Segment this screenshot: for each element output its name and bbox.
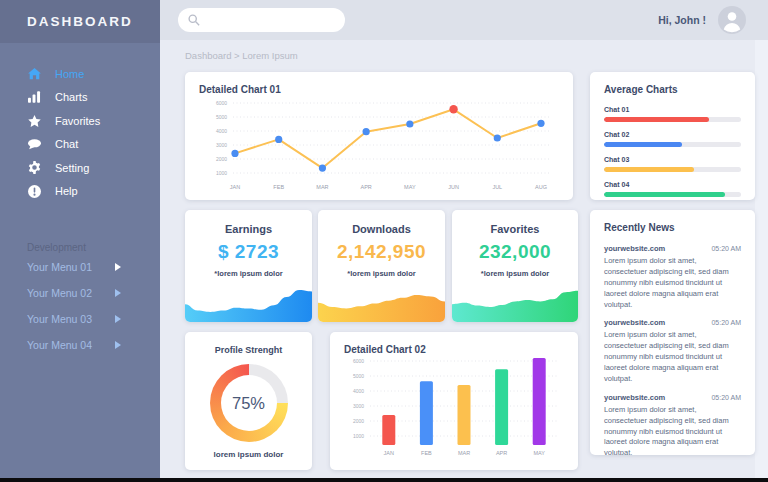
- svg-text:1000: 1000: [216, 170, 227, 176]
- sidebar-item-chat[interactable]: Chat: [0, 133, 160, 157]
- news-body: Lorem ipsum dolor sit amet, consectetuer…: [604, 405, 741, 455]
- news-item[interactable]: yourwebsite.com05:20 AMLorem ipsum dolor…: [604, 393, 741, 455]
- stat-subtitle: *lorem ipsum dolor: [318, 269, 445, 278]
- progress-bar-list: Chat 01Chat 02Chat 03Chat 04: [590, 95, 755, 197]
- sidebar-item-charts[interactable]: Charts: [0, 86, 160, 110]
- window-edge: [0, 478, 768, 482]
- news-timestamp: 05:20 AM: [711, 394, 741, 401]
- progress-label: Chat 04: [604, 181, 741, 188]
- search-input[interactable]: [206, 14, 335, 27]
- svg-text:4000: 4000: [216, 128, 227, 134]
- svg-text:6000: 6000: [216, 100, 227, 106]
- stat-subtitle: *lorem ipsum dolor: [452, 269, 578, 278]
- svg-text:1000: 1000: [353, 433, 364, 439]
- favorites-value: 232,000: [452, 241, 578, 263]
- news-source: yourwebsite.com: [604, 318, 665, 327]
- dev-item-label: Your Menu 04: [27, 339, 92, 351]
- average-charts-card: Average Charts Chat 01Chat 02Chat 03Chat…: [590, 72, 755, 200]
- progress-track: [604, 142, 741, 147]
- svg-text:APR: APR: [360, 184, 371, 190]
- bar-chart: 600050004000300020001000JANFEBMARAPRMAY: [330, 355, 578, 465]
- favorites-sparkline: [452, 284, 578, 322]
- svg-text:FEB: FEB: [421, 450, 432, 456]
- charts-icon: [27, 90, 42, 104]
- profile-subtitle: lorem ipsum dolor: [185, 450, 312, 459]
- svg-text:JUL: JUL: [492, 184, 502, 190]
- home-icon: [27, 67, 42, 81]
- sidebar: DASHBOARD HomeChartsFavoritesChatSetting…: [0, 0, 160, 482]
- news-list: yourwebsite.com05:20 AMLorem ipsum dolor…: [590, 233, 755, 455]
- sidebar-item-label: Chat: [55, 138, 78, 150]
- progress-row-chat-02: Chat 02: [604, 131, 741, 147]
- arrow-right-icon: [114, 263, 122, 271]
- sidebar-item-your-menu-03[interactable]: Your Menu 03: [0, 306, 160, 331]
- progress-label: Chat 03: [604, 156, 741, 163]
- sidebar-item-your-menu-01[interactable]: Your Menu 01: [0, 254, 160, 279]
- svg-text:MAR: MAR: [316, 184, 328, 190]
- sidebar-item-favorites[interactable]: Favorites: [0, 109, 160, 133]
- arrow-right-icon: [114, 315, 122, 323]
- arrow-right-icon: [114, 289, 122, 297]
- svg-text:APR: APR: [496, 450, 507, 456]
- svg-text:JUN: JUN: [448, 184, 459, 190]
- earnings-sparkline: [185, 284, 312, 322]
- progress-fill: [604, 192, 725, 197]
- recently-news-card: Recently News yourwebsite.com05:20 AMLor…: [590, 210, 755, 455]
- sidebar-item-label: Setting: [55, 162, 89, 174]
- chat-icon: [27, 137, 42, 151]
- chart-title: Detailed Chart 01: [185, 72, 573, 95]
- stat-title: Downloads: [318, 223, 445, 235]
- svg-text:JAN: JAN: [384, 450, 394, 456]
- svg-text:MAY: MAY: [533, 450, 545, 456]
- detailed-chart-01-card: Detailed Chart 01 6000500040003000200010…: [185, 72, 573, 200]
- news-source: yourwebsite.com: [604, 244, 665, 253]
- line-chart: 600050004000300020001000JANFEBMARAPRMAYJ…: [185, 95, 573, 199]
- progress-label: Chat 01: [604, 106, 741, 113]
- news-timestamp: 05:20 AM: [711, 245, 741, 252]
- sidebar-item-label: Favorites: [55, 115, 100, 127]
- progress-label: Chat 02: [604, 131, 741, 138]
- news-body: Lorem ipsum dolor sit amet, consectetuer…: [604, 256, 741, 310]
- star-icon: [27, 114, 42, 128]
- earnings-value: $ 2723: [185, 241, 312, 263]
- news-item-header: yourwebsite.com05:20 AM: [604, 393, 741, 402]
- sidebar-item-setting[interactable]: Setting: [0, 156, 160, 180]
- profile-title: Profile Strenght: [185, 345, 312, 355]
- progress-fill: [604, 167, 694, 172]
- progress-row-chat-03: Chat 03: [604, 156, 741, 172]
- favorites-card: Favorites 232,000 *lorem ipsum dolor: [452, 210, 578, 322]
- progress-fill: [604, 117, 709, 122]
- search-bar[interactable]: [178, 8, 345, 32]
- dashboard-page: DASHBOARD HomeChartsFavoritesChatSetting…: [0, 0, 768, 482]
- news-item[interactable]: yourwebsite.com05:20 AMLorem ipsum dolor…: [604, 244, 741, 310]
- news-item-header: yourwebsite.com05:20 AM: [604, 244, 741, 253]
- dev-item-label: Your Menu 02: [27, 287, 92, 299]
- sidebar-dev-menu: Your Menu 01Your Menu 02Your Menu 03Your…: [0, 254, 160, 357]
- svg-text:5000: 5000: [216, 114, 227, 120]
- svg-text:AUG: AUG: [535, 184, 547, 190]
- svg-text:5000: 5000: [353, 373, 364, 379]
- progress-track: [604, 167, 741, 172]
- svg-text:4000: 4000: [353, 388, 364, 394]
- news-item[interactable]: yourwebsite.com05:20 AMLorem ipsum dolor…: [604, 318, 741, 384]
- progress-row-chat-04: Chat 04: [604, 181, 741, 197]
- svg-text:FEB: FEB: [273, 184, 284, 190]
- profile-percentage: 75%: [210, 364, 288, 442]
- sidebar-item-your-menu-02[interactable]: Your Menu 02: [0, 280, 160, 305]
- sidebar-nav: HomeChartsFavoritesChatSettingHelp: [0, 62, 160, 203]
- breadcrumb: Dashboard > Lorem Ipsum: [185, 50, 298, 61]
- stat-title: Favorites: [452, 223, 578, 235]
- progress-track: [604, 117, 741, 122]
- svg-text:2000: 2000: [353, 418, 364, 424]
- downloads-sparkline: [318, 284, 445, 322]
- user-greeting: Hi, John !: [658, 14, 706, 26]
- sidebar-item-help[interactable]: Help: [0, 180, 160, 204]
- sidebar-item-your-menu-04[interactable]: Your Menu 04: [0, 332, 160, 357]
- stat-subtitle: *lorem ipsum dolor: [185, 269, 312, 278]
- svg-text:JAN: JAN: [230, 184, 240, 190]
- stat-title: Earnings: [185, 223, 312, 235]
- news-body: Lorem ipsum dolor sit amet, consectetuer…: [604, 330, 741, 384]
- sidebar-item-home[interactable]: Home: [0, 62, 160, 86]
- svg-text:MAY: MAY: [404, 184, 416, 190]
- user-avatar[interactable]: [718, 6, 746, 34]
